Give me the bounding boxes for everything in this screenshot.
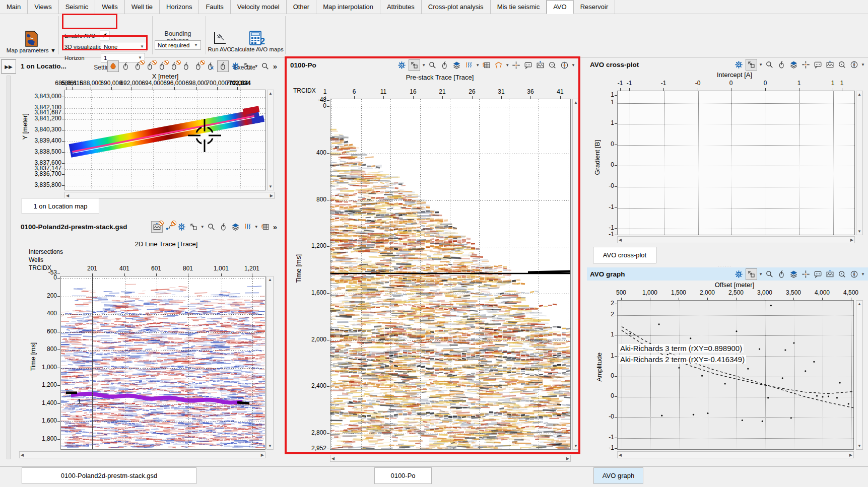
menu-tab-views[interactable]: Views — [28, 0, 58, 14]
scroll-up-icon[interactable]: ▲ — [857, 92, 861, 97]
mouse-icon[interactable] — [132, 61, 143, 72]
crosshair-icon[interactable] — [800, 269, 811, 280]
location-map-canvas[interactable] — [65, 90, 265, 190]
chevron-down-icon[interactable]: ▼ — [254, 225, 258, 229]
tab-location-map[interactable]: 1 on Location map — [22, 198, 99, 214]
mouse-icon[interactable] — [217, 60, 229, 72]
prestack-plot[interactable] — [330, 99, 571, 450]
menu-tab-map-interpolation[interactable]: Map interpolation — [316, 0, 380, 14]
scroll-left-icon[interactable]: ◀ — [619, 238, 622, 242]
layers-icon[interactable] — [788, 269, 799, 280]
scroll-down-icon[interactable]: ▼ — [269, 184, 273, 189]
more-tools-icon[interactable]: » — [272, 62, 278, 71]
stack-section-vertical-scrollbar[interactable]: ▲▼ — [266, 276, 274, 450]
scroll-left-icon[interactable]: ◀ — [619, 453, 622, 457]
avograph-vertical-scrollbar[interactable]: ▲▼ — [856, 300, 863, 450]
zoomq-icon[interactable] — [547, 60, 558, 71]
stack-section-canvas[interactable] — [61, 276, 265, 449]
comment-icon[interactable] — [523, 60, 533, 71]
link-icon[interactable] — [164, 222, 175, 232]
avograph-horizontal-scrollbar[interactable]: ◀▶ — [617, 451, 854, 458]
menu-tab-cross-plot-analysis[interactable]: Cross-plot analysis — [422, 0, 491, 14]
scroll-up-icon[interactable]: ▲ — [269, 91, 273, 96]
menu-tab-well-tie[interactable]: Well tie — [125, 0, 160, 14]
menu-tab-attributes[interactable]: Attributes — [380, 0, 422, 14]
mouse-icon[interactable] — [439, 60, 450, 71]
resize-icon[interactable] — [746, 268, 757, 280]
compass-icon[interactable] — [849, 59, 859, 70]
scroll-down-icon[interactable]: ▼ — [268, 444, 272, 448]
scroll-right-icon[interactable]: ▶ — [270, 193, 273, 198]
gear-icon[interactable] — [396, 60, 407, 71]
mouse-icon[interactable] — [776, 59, 787, 70]
magnifier-icon[interactable] — [427, 60, 438, 71]
zoomq-icon[interactable] — [837, 269, 847, 280]
scroll-left-icon[interactable]: ◀ — [331, 456, 335, 461]
chevron-down-icon[interactable]: ▼ — [571, 63, 575, 67]
scroll-down-icon[interactable]: ▼ — [857, 444, 861, 448]
location-map-plot[interactable] — [64, 90, 266, 190]
mouse-icon[interactable] — [181, 61, 191, 72]
scroll-right-icon[interactable]: ▶ — [849, 453, 852, 457]
prestack-canvas[interactable] — [330, 99, 570, 449]
bounding-polygon-dropdown[interactable]: Not required▼ — [155, 40, 201, 50]
layers-icon[interactable] — [451, 60, 462, 71]
compass-icon[interactable] — [849, 269, 859, 280]
image-icon[interactable] — [825, 59, 835, 70]
scroll-up-icon[interactable]: ▲ — [574, 100, 578, 105]
zoomq-icon[interactable] — [837, 59, 847, 70]
chevron-down-icon[interactable]: ▼ — [759, 62, 763, 67]
menu-tab-main[interactable]: Main — [0, 0, 28, 14]
polygon-icon[interactable] — [493, 60, 504, 71]
scroll-down-icon[interactable]: ▼ — [857, 229, 861, 234]
tab-crossplot[interactable]: AVO cross-plot — [593, 247, 656, 263]
layers-icon[interactable] — [230, 222, 241, 232]
calculate-avo-maps-button[interactable]: 2 Calculate AVO maps — [232, 30, 282, 52]
mouse-icon[interactable] — [157, 61, 167, 72]
chevron-down-icon[interactable]: ▼ — [476, 63, 480, 67]
menu-tab-other[interactable]: Other — [287, 0, 317, 14]
comment-icon[interactable] — [813, 59, 823, 70]
image-icon[interactable] — [151, 221, 163, 233]
crossplot-plot[interactable] — [617, 91, 855, 235]
menu-tab-mis-tie-seismic[interactable]: Mis tie seismic — [491, 0, 547, 14]
table-icon[interactable] — [260, 222, 271, 232]
menu-tab-wells[interactable]: Wells — [95, 0, 125, 14]
run-avo-button[interactable]: Run AVO — [207, 30, 233, 52]
menu-tab-velocity-model[interactable]: Velocity model — [231, 0, 287, 14]
location-map-vertical-scrollbar[interactable]: ▲▼ — [267, 90, 274, 190]
resize-icon[interactable] — [188, 222, 199, 232]
menu-tab-horizons[interactable]: Horizons — [160, 0, 199, 14]
comment-icon[interactable] — [813, 269, 823, 280]
gear-icon[interactable] — [230, 61, 241, 72]
image-icon[interactable] — [825, 269, 835, 280]
orangedrop-icon[interactable] — [107, 60, 119, 72]
image-icon[interactable] — [535, 60, 546, 71]
crossplot-vertical-scrollbar[interactable]: ▲▼ — [856, 91, 863, 235]
scroll-right-icon[interactable]: ▶ — [850, 238, 853, 242]
prestack-vertical-scrollbar[interactable]: ▲▼ — [572, 99, 579, 450]
table-icon[interactable] — [481, 60, 492, 71]
prestack-horizontal-scrollbar[interactable]: ◀▶ — [330, 455, 571, 462]
mousex-icon[interactable] — [205, 61, 216, 72]
resize-icon[interactable] — [242, 61, 253, 72]
bottom-tab-stack-section[interactable]: 0100-Poland2d-prestm-stack.gsd — [22, 467, 196, 484]
waves-icon[interactable] — [463, 60, 474, 71]
menu-tab-seismic[interactable]: Seismic — [59, 0, 96, 14]
magnifier-icon[interactable] — [206, 222, 217, 232]
waves-icon[interactable] — [242, 222, 253, 232]
chevron-down-icon[interactable]: ▼ — [505, 63, 509, 67]
chevron-down-icon[interactable]: ▼ — [861, 272, 865, 276]
crosshair-icon[interactable] — [800, 59, 811, 70]
scroll-left-icon[interactable]: ◀ — [21, 453, 24, 457]
chevron-down-icon[interactable]: ▼ — [422, 63, 426, 67]
crosshair-icon[interactable] — [511, 60, 521, 71]
layers-icon[interactable] — [788, 59, 799, 70]
menu-tab-avo[interactable]: AVO — [547, 0, 574, 14]
compass-icon[interactable] — [559, 60, 570, 71]
scroll-up-icon[interactable]: ▲ — [857, 302, 861, 306]
chevron-down-icon[interactable]: ▼ — [254, 64, 258, 68]
map-parameters-button[interactable]: Map parameters ▼ — [6, 30, 56, 53]
gear-icon[interactable] — [733, 59, 744, 70]
bottom-tab-avograph[interactable]: AVO graph — [593, 467, 643, 484]
